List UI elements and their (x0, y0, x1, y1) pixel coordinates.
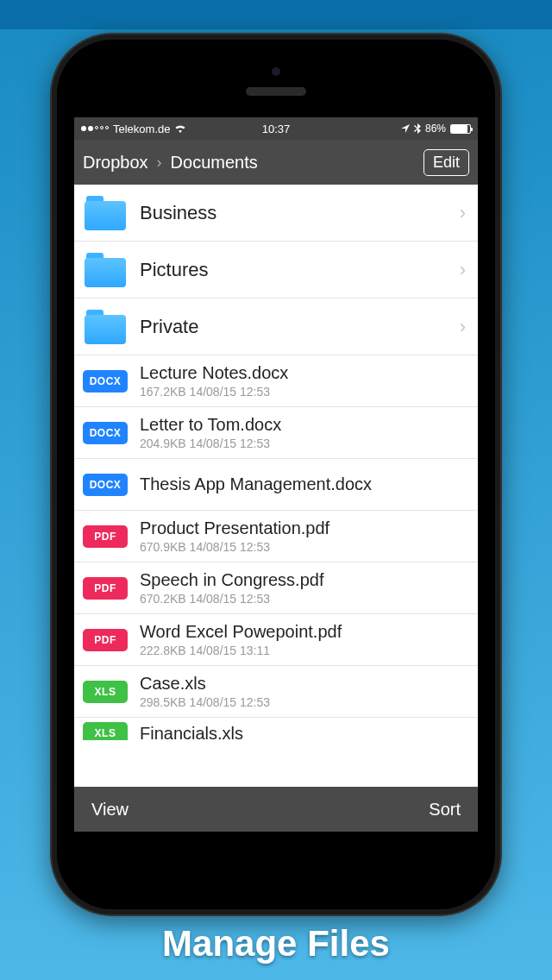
filetype-badge: PDF (83, 577, 128, 600)
file-info: Speech in Congress.pdf670.2KB 14/08/15 1… (140, 570, 466, 606)
file-name: Word Excel Powepoint.pdf (140, 622, 466, 642)
file-info: Financials.xls (140, 724, 466, 741)
file-row[interactable]: XLSCase.xls298.5KB 14/08/15 12:53 (74, 666, 478, 718)
filetype-badge: XLS (83, 722, 128, 740)
file-name: Thesis App Management.docx (140, 474, 466, 494)
chevron-right-icon: › (460, 259, 466, 281)
file-row[interactable]: DOCXLetter to Tom.docx204.9KB 14/08/15 1… (74, 407, 478, 459)
file-row[interactable]: PDFSpeech in Congress.pdf670.2KB 14/08/1… (74, 562, 478, 614)
filetype-badge: PDF (83, 525, 128, 548)
folder-row[interactable]: Pictures› (74, 242, 478, 298)
breadcrumb-current: Documents (171, 153, 258, 173)
file-row[interactable]: XLSFinancials.xls (74, 718, 478, 740)
file-info: Thesis App Management.docx (140, 474, 466, 494)
chevron-right-icon: › (157, 154, 162, 172)
file-name: Speech in Congress.pdf (140, 570, 466, 590)
carrier-label: Telekom.de (113, 122, 170, 135)
file-meta: 222.8KB 14/08/15 13:11 (140, 644, 466, 657)
battery-icon (450, 124, 471, 134)
bottom-toolbar: View Sort (74, 787, 478, 832)
breadcrumb[interactable]: Dropbox › Documents (83, 153, 423, 173)
filetype-badge: DOCX (83, 370, 128, 393)
clock: 10:37 (262, 122, 291, 135)
phone-body: Telekom.de 10:37 86% Dropbox › Documents (57, 40, 495, 909)
battery-pct: 86% (425, 122, 446, 135)
file-meta: 298.5KB 14/08/15 12:53 (140, 695, 466, 709)
file-meta: 670.9KB 14/08/15 12:53 (140, 540, 466, 554)
filetype-badge: XLS (83, 681, 128, 703)
chevron-right-icon: › (460, 202, 466, 224)
file-name: Financials.xls (140, 724, 466, 741)
status-right: 86% (401, 122, 471, 135)
filetype-badge: DOCX (83, 422, 128, 444)
folder-name: Pictures (140, 259, 448, 281)
status-bar: Telekom.de 10:37 86% (74, 117, 478, 140)
bluetooth-icon (414, 123, 421, 134)
file-name: Product Presentation.pdf (140, 518, 466, 538)
promo-caption: Manage Files (0, 923, 552, 964)
folder-row[interactable]: Private› (74, 298, 478, 355)
file-meta: 204.9KB 14/08/15 12:53 (140, 437, 466, 450)
folder-icon (83, 253, 128, 287)
file-row[interactable]: PDFWord Excel Powepoint.pdf222.8KB 14/08… (74, 614, 478, 666)
file-row[interactable]: PDFProduct Presentation.pdf670.9KB 14/08… (74, 511, 478, 562)
signal-icon (81, 126, 109, 131)
file-list[interactable]: Business›Pictures›Private›DOCXLecture No… (74, 185, 478, 787)
folder-icon (83, 196, 128, 230)
filetype-badge: PDF (83, 629, 128, 651)
file-info: Product Presentation.pdf670.9KB 14/08/15… (140, 518, 466, 554)
folder-name: Private (140, 316, 448, 338)
file-name: Letter to Tom.docx (140, 415, 466, 435)
file-info: Letter to Tom.docx204.9KB 14/08/15 12:53 (140, 415, 466, 450)
file-row[interactable]: DOCXLecture Notes.docx167.2KB 14/08/15 1… (74, 355, 478, 407)
speaker-slot (246, 87, 306, 96)
file-info: Word Excel Powepoint.pdf222.8KB 14/08/15… (140, 622, 466, 657)
file-info: Lecture Notes.docx167.2KB 14/08/15 12:53 (140, 363, 466, 399)
phone-frame: Telekom.de 10:37 86% Dropbox › Documents (52, 35, 500, 914)
screen: Telekom.de 10:37 86% Dropbox › Documents (74, 117, 478, 832)
camera-dot (272, 67, 280, 76)
filetype-badge: DOCX (83, 474, 128, 496)
status-left: Telekom.de (81, 122, 401, 135)
file-meta: 670.2KB 14/08/15 12:53 (140, 592, 466, 606)
file-info: Case.xls298.5KB 14/08/15 12:53 (140, 674, 466, 709)
sort-button[interactable]: Sort (429, 800, 461, 820)
folder-name: Business (140, 202, 448, 224)
view-button[interactable]: View (91, 800, 129, 820)
nav-bar: Dropbox › Documents Edit (74, 140, 478, 185)
wifi-icon (174, 124, 186, 133)
breadcrumb-parent[interactable]: Dropbox (83, 153, 148, 173)
file-name: Lecture Notes.docx (140, 363, 466, 383)
file-name: Case.xls (140, 674, 466, 694)
chevron-right-icon: › (460, 316, 466, 338)
folder-row[interactable]: Business› (74, 185, 478, 242)
edit-button[interactable]: Edit (423, 149, 469, 176)
file-meta: 167.2KB 14/08/15 12:53 (140, 385, 466, 399)
file-row[interactable]: DOCXThesis App Management.docx (74, 459, 478, 511)
folder-icon (83, 310, 128, 344)
location-icon (401, 124, 410, 133)
